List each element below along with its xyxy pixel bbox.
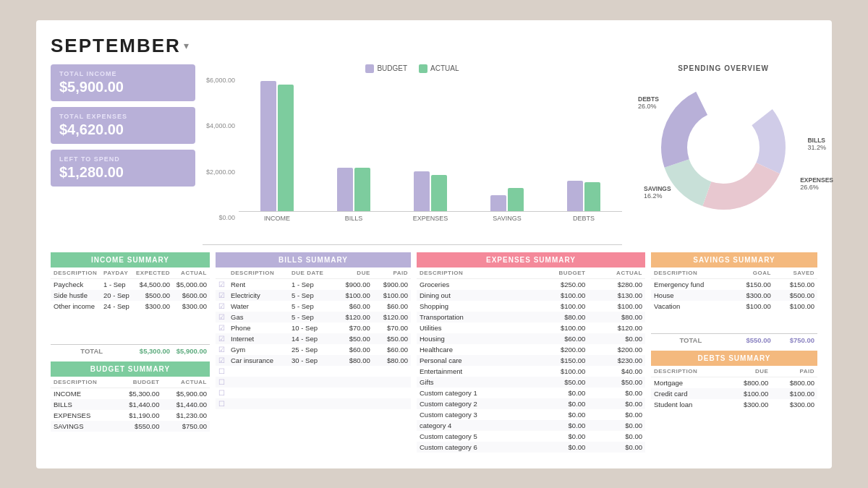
expenses-col-desc: DESCRIPTION bbox=[417, 267, 530, 279]
budget-col-budget: BUDGET bbox=[115, 377, 163, 388]
expenses-row: Healthcare $200.00 $200.00 bbox=[417, 344, 645, 355]
debts-col-due: DUE bbox=[726, 366, 772, 377]
savings-total-label: TOTAL bbox=[651, 333, 731, 346]
expenses-pct: 26.6% bbox=[800, 184, 833, 191]
expenses-title: EXPENSES bbox=[800, 176, 833, 184]
bills-check[interactable]: ☐ bbox=[216, 388, 228, 398]
savings-saved: $500.00 bbox=[774, 290, 817, 301]
income-payday: 20 - Sep bbox=[101, 290, 132, 301]
kpi-label-1: TOTAL EXPENSES bbox=[59, 113, 187, 120]
expenses-row: category 4 $0.00 $0.00 bbox=[417, 420, 645, 431]
bills-due bbox=[336, 388, 373, 398]
debts-label: DEBTS 26.0% bbox=[638, 95, 659, 110]
savings-col-saved: SAVED bbox=[774, 267, 817, 279]
income-total-expected: $5,300.00 bbox=[132, 344, 173, 357]
bills-title: BILLS bbox=[807, 137, 826, 144]
bills-check[interactable]: ☑ bbox=[216, 322, 228, 333]
savings-total-goal: $550.00 bbox=[731, 333, 774, 346]
bills-desc bbox=[228, 398, 289, 409]
budget-desc: INCOME bbox=[51, 388, 115, 399]
donut-title: SPENDING OVERVIEW bbox=[678, 64, 769, 72]
bills-desc: Electricity bbox=[228, 290, 289, 301]
bar-budget-2 bbox=[414, 171, 430, 211]
expenses-col-actual: ACTUAL bbox=[588, 267, 645, 279]
savings-goal: $150.00 bbox=[731, 278, 774, 290]
bills-paid bbox=[373, 398, 411, 409]
budget-budget: $1,190.00 bbox=[115, 410, 163, 421]
income-payday: 1 - Sep bbox=[101, 278, 132, 290]
col3: EXPENSES SUMMARY DESCRIPTION BUDGET ACTU… bbox=[417, 252, 645, 476]
bills-duedate bbox=[289, 366, 335, 377]
bills-check[interactable]: ☑ bbox=[216, 355, 228, 366]
budget-row: SAVINGS $550.00 $750.00 bbox=[51, 421, 210, 432]
bills-check[interactable]: ☐ bbox=[216, 377, 228, 388]
bills-check[interactable]: ☐ bbox=[216, 398, 228, 409]
expenses-desc: Custom category 2 bbox=[417, 398, 530, 409]
bills-table: BILLS SUMMARY DESCRIPTION DUE DATE DUE P… bbox=[216, 252, 411, 409]
bills-desc: Car insurance bbox=[228, 355, 289, 366]
bills-due bbox=[336, 398, 373, 409]
bar-actual-4 bbox=[584, 182, 600, 211]
expenses-budget: $0.00 bbox=[530, 431, 588, 442]
budget-actual: $1,440.00 bbox=[162, 399, 210, 410]
debts-paid: $300.00 bbox=[771, 399, 817, 410]
bills-check[interactable]: ☑ bbox=[216, 278, 228, 290]
bills-desc bbox=[228, 366, 289, 377]
bills-label: BILLS 31.2% bbox=[807, 137, 826, 151]
bills-due: $60.00 bbox=[336, 344, 373, 355]
savings-saved: $150.00 bbox=[774, 278, 817, 290]
bills-check[interactable]: ☑ bbox=[216, 333, 228, 344]
expenses-desc: Gifts bbox=[417, 377, 530, 388]
expenses-desc: Custom category 6 bbox=[417, 442, 530, 453]
debts-header: DEBTS SUMMARY bbox=[651, 351, 817, 366]
y-label-6000: $6,000.00 bbox=[203, 77, 235, 84]
expenses-row: Groceries $250.00 $280.00 bbox=[417, 278, 645, 290]
expenses-budget: $0.00 bbox=[530, 409, 588, 420]
expenses-actual: $120.00 bbox=[588, 322, 645, 333]
income-actual: $600.00 bbox=[173, 290, 210, 301]
savings-col-goal: GOAL bbox=[731, 267, 774, 279]
bills-due: $900.00 bbox=[336, 278, 373, 290]
budget-budget: $1,440.00 bbox=[115, 399, 163, 410]
bills-duedate: 25 - Sep bbox=[289, 344, 335, 355]
bills-desc: Internet bbox=[228, 333, 289, 344]
bills-col-duedate: DUE DATE bbox=[289, 267, 335, 279]
budget-row: EXPENSES $1,190.00 $1,230.00 bbox=[51, 410, 210, 421]
debts-col-paid: PAID bbox=[771, 366, 817, 377]
income-total-label: TOTAL bbox=[51, 344, 132, 357]
bills-due: $100.00 bbox=[336, 290, 373, 301]
debts-row: Mortgage $800.00 $800.00 bbox=[651, 377, 817, 388]
debts-col-desc: DESCRIPTION bbox=[651, 366, 726, 377]
bills-desc: Phone bbox=[228, 322, 289, 333]
expenses-budget: $100.00 bbox=[530, 290, 588, 301]
expenses-row: Shopping $100.00 $100.00 bbox=[417, 301, 645, 312]
bar-group-debts: DEBTS bbox=[545, 81, 622, 222]
budget-row: BILLS $1,440.00 $1,440.00 bbox=[51, 399, 210, 410]
bills-check[interactable]: ☑ bbox=[216, 290, 228, 301]
debts-due: $300.00 bbox=[726, 399, 772, 410]
income-table: INCOME SUMMARY DESCRIPTION PAYDAY EXPECT… bbox=[51, 252, 210, 357]
bills-check[interactable]: ☑ bbox=[216, 344, 228, 355]
expenses-actual: $230.00 bbox=[588, 355, 645, 366]
income-row: Side hustle 20 - Sep $500.00 $600.00 bbox=[51, 290, 210, 301]
bills-desc: Gas bbox=[228, 312, 289, 322]
legend-actual-label: ACTUAL bbox=[430, 64, 459, 72]
expenses-actual: $80.00 bbox=[588, 312, 645, 322]
savings-desc: Emergency fund bbox=[651, 278, 731, 290]
col2: BILLS SUMMARY DESCRIPTION DUE DATE DUE P… bbox=[216, 252, 411, 476]
bills-duedate: 5 - Sep bbox=[289, 290, 335, 301]
bills-check[interactable]: ☑ bbox=[216, 301, 228, 312]
bills-pct: 31.2% bbox=[807, 144, 826, 151]
expenses-budget: $0.00 bbox=[530, 388, 588, 398]
bills-check[interactable]: ☐ bbox=[216, 366, 228, 377]
bills-paid: $900.00 bbox=[373, 278, 411, 290]
debts-due: $800.00 bbox=[726, 377, 772, 388]
month-dropdown[interactable]: ▾ bbox=[184, 40, 189, 51]
expenses-row: Custom category 2 $0.00 $0.00 bbox=[417, 398, 645, 409]
bar-budget-4 bbox=[567, 181, 583, 211]
budget-header: BUDGET SUMMARY bbox=[51, 361, 210, 377]
bills-check[interactable]: ☑ bbox=[216, 312, 228, 322]
expenses-budget: $100.00 bbox=[530, 322, 588, 333]
income-payday: 24 - Sep bbox=[101, 301, 132, 312]
expenses-actual: $0.00 bbox=[588, 333, 645, 344]
